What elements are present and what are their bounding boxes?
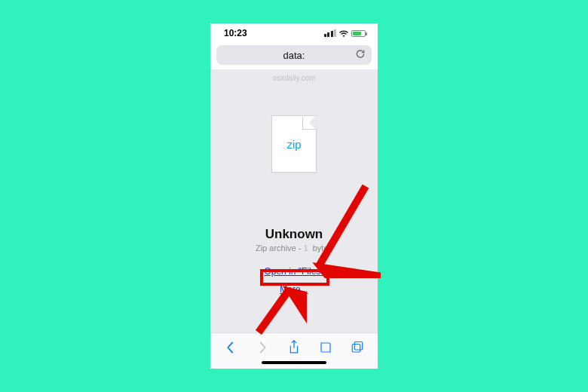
reload-icon[interactable] [355, 49, 366, 62]
file-subtitle: Zip archive - 1 bytes [256, 243, 332, 253]
status-right [324, 29, 366, 37]
status-time: 10:23 [224, 28, 247, 38]
bookmarks-button[interactable] [317, 339, 334, 356]
open-in-files-link[interactable]: Open in "Files" [264, 266, 323, 277]
home-indicator-area [210, 361, 378, 369]
wifi-icon [339, 30, 348, 37]
tabs-button[interactable] [349, 339, 366, 356]
file-ext-label: zip [286, 138, 301, 151]
file-title: Unknown [265, 227, 323, 242]
iphone-screen: 10:23 data: osxdaily.com zip Unknown Zip… [210, 23, 378, 369]
url-bar[interactable]: data: [216, 45, 372, 65]
cellular-icon [324, 29, 337, 37]
home-indicator [262, 361, 326, 364]
svg-rect-0 [352, 344, 360, 352]
file-type-icon: zip [271, 115, 317, 173]
url-bar-container: data: [210, 43, 378, 69]
svg-rect-1 [354, 341, 363, 350]
more-link[interactable]: More... [280, 284, 308, 295]
status-bar: 10:23 [210, 23, 378, 43]
back-button[interactable] [222, 339, 239, 356]
url-text: data: [283, 50, 305, 61]
forward-button[interactable] [254, 339, 271, 356]
watermark-text: osxdaily.com [272, 74, 315, 82]
page-content: osxdaily.com zip Unknown Zip archive - 1… [210, 69, 378, 332]
action-links: Open in "Files" More... [264, 266, 323, 295]
safari-toolbar [210, 332, 378, 361]
share-button[interactable] [286, 339, 302, 356]
battery-icon [351, 30, 366, 37]
